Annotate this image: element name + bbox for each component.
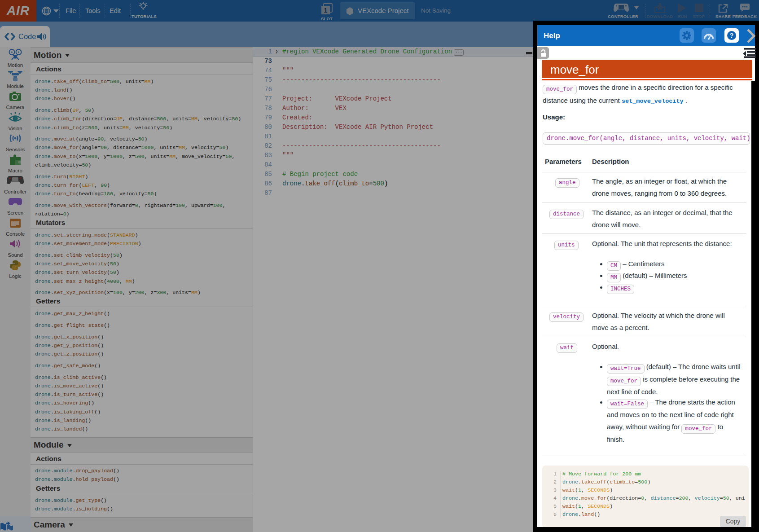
svg-text:?: ? [730, 32, 734, 39]
